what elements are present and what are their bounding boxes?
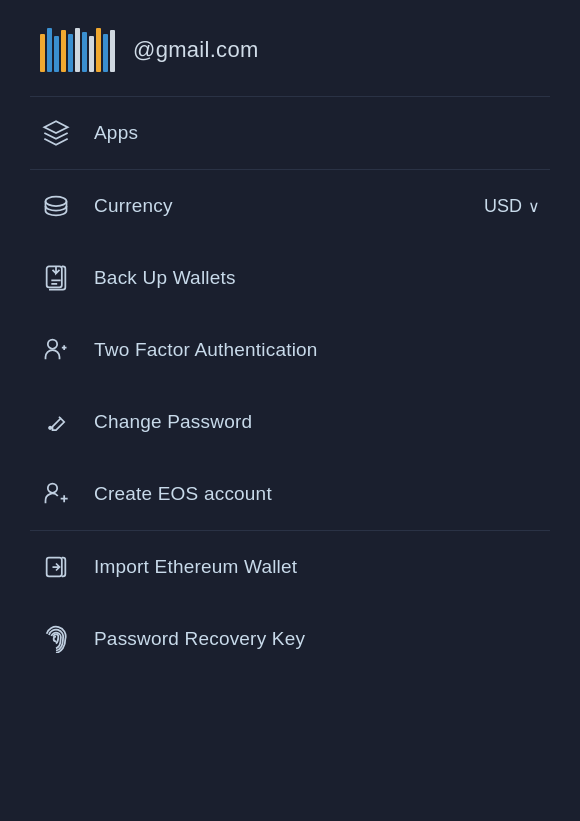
backup-wallets-label: Back Up Wallets [94,267,540,289]
barcode-logo [40,28,115,72]
currency-label: Currency [94,195,462,217]
svg-point-4 [48,484,57,493]
import-ethereum-icon [40,551,72,583]
menu-item-backup-wallets[interactable]: Back Up Wallets [0,242,580,314]
menu-item-currency[interactable]: Currency USD ∨ [0,170,580,242]
menu-section-apps: Apps [0,97,580,169]
menu-item-password-recovery[interactable]: Password Recovery Key [0,603,580,675]
create-eos-label: Create EOS account [94,483,540,505]
header: @gmail.com [0,0,580,96]
menu-item-import-ethereum[interactable]: Import Ethereum Wallet [0,531,580,603]
change-password-label: Change Password [94,411,540,433]
apps-icon [40,117,72,149]
change-password-icon [40,406,72,438]
menu-item-create-eos[interactable]: Create EOS account [0,458,580,530]
svg-point-0 [46,197,67,206]
currency-value: USD [484,196,522,217]
svg-point-3 [49,427,51,429]
password-recovery-label: Password Recovery Key [94,628,540,650]
menu-section-account: Currency USD ∨ Back Up Wallets [0,170,580,530]
create-eos-icon [40,478,72,510]
svg-point-2 [48,340,57,349]
currency-value-container: USD ∨ [484,196,540,217]
menu-item-two-factor-auth[interactable]: Two Factor Authentication [0,314,580,386]
main-container: @gmail.com Apps [0,0,580,821]
currency-icon [40,190,72,222]
apps-label: Apps [94,122,540,144]
chevron-down-icon: ∨ [528,197,540,216]
two-factor-auth-label: Two Factor Authentication [94,339,540,361]
import-ethereum-label: Import Ethereum Wallet [94,556,540,578]
backup-wallets-icon [40,262,72,294]
email-address: @gmail.com [133,37,259,63]
fingerprint-icon [40,623,72,655]
two-factor-auth-icon [40,334,72,366]
menu-item-apps[interactable]: Apps [0,97,580,169]
menu-item-change-password[interactable]: Change Password [0,386,580,458]
menu-section-wallet: Import Ethereum Wallet Password Recovery… [0,531,580,675]
